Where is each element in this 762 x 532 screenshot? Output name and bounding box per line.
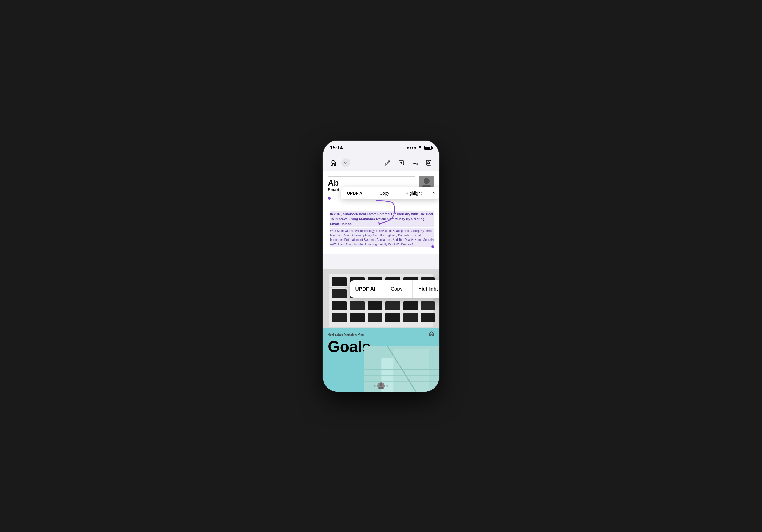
context-menu-top: UPDF AI Copy Highlight ›	[341, 187, 439, 199]
page-dot-2	[386, 385, 388, 387]
svg-rect-32	[403, 301, 418, 310]
goals-header: Real Estate Marketing Plan	[323, 328, 439, 339]
phone-device: 15:14	[323, 140, 439, 392]
top-nav: T	[323, 155, 439, 171]
battery-icon	[424, 146, 432, 150]
doc-ab-text: Ab	[328, 179, 415, 187]
status-bar: 15:14	[323, 140, 439, 155]
copy-button-bottom[interactable]: Copy	[381, 280, 412, 298]
svg-rect-29	[350, 301, 365, 310]
svg-line-0	[388, 161, 389, 162]
doc-divider	[328, 176, 415, 177]
svg-rect-38	[403, 313, 418, 322]
home-button[interactable]	[328, 157, 339, 169]
updf-ai-button-bottom[interactable]: UPDF AI	[350, 280, 381, 298]
svg-rect-31	[385, 301, 400, 310]
page-indicator	[323, 382, 439, 389]
svg-rect-37	[385, 313, 400, 322]
highlight-button-top[interactable]: Highlight	[399, 187, 428, 199]
svg-line-9	[429, 163, 430, 165]
building-image	[323, 268, 439, 328]
status-icons	[407, 146, 432, 150]
wifi-icon	[418, 146, 422, 150]
dropdown-button[interactable]	[342, 158, 350, 167]
text-tool-button[interactable]: T	[396, 157, 407, 169]
selected-text-body: With State-Of-The-Art Technology, Like B…	[330, 228, 434, 247]
svg-point-51	[380, 383, 382, 386]
person-tool-button[interactable]	[409, 157, 420, 169]
copy-button-top[interactable]: Copy	[370, 187, 399, 199]
svg-rect-16	[332, 277, 347, 286]
svg-rect-28	[332, 301, 347, 310]
svg-rect-33	[421, 301, 434, 310]
svg-text:T: T	[400, 162, 402, 165]
svg-point-4	[414, 161, 416, 163]
more-button-top[interactable]: ›	[428, 187, 439, 199]
pencil-tool-button[interactable]	[382, 157, 393, 169]
svg-rect-22	[332, 289, 347, 298]
signal-icon	[407, 147, 416, 149]
svg-rect-36	[368, 313, 382, 322]
pdf-viewer[interactable]: Ab Smart U	[323, 171, 439, 392]
goals-home-icon	[429, 331, 434, 338]
highlight-button-bottom[interactable]: Highlight	[413, 280, 439, 298]
svg-rect-30	[368, 301, 382, 310]
selection-handle-bottom	[431, 245, 434, 248]
pdf-page-1: Ab Smart U	[323, 171, 439, 255]
page-avatar	[377, 382, 385, 389]
selection-handle-top	[328, 197, 331, 200]
svg-rect-34	[332, 313, 347, 322]
goals-subtitle: Real Estate Marketing Plan	[328, 333, 364, 336]
updf-ai-button-top[interactable]: UPDF AI	[341, 187, 370, 199]
status-time: 15:14	[330, 145, 343, 151]
svg-rect-39	[421, 313, 434, 322]
svg-point-11	[423, 178, 429, 184]
selected-text-area: In 2018, Smartech Real Estate Entered Th…	[328, 195, 434, 250]
search-tool-button[interactable]	[423, 157, 434, 169]
selected-text-bold: In 2018, Smartech Real Estate Entered Th…	[330, 211, 434, 227]
page-dot-1	[374, 385, 376, 387]
context-menu-bottom: UPDF AI Copy Highlight ›	[350, 280, 439, 298]
svg-rect-35	[350, 313, 365, 322]
